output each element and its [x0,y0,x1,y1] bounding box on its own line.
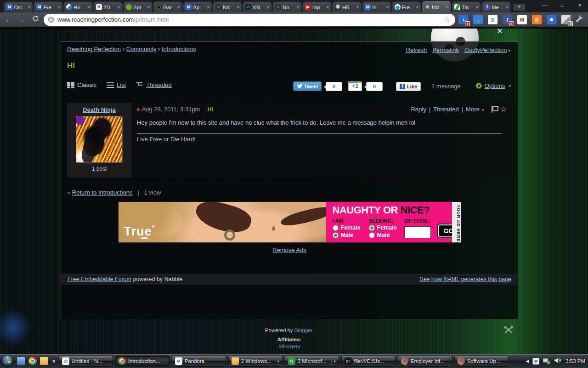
breadcrumb-link[interactable]: Community [126,46,157,52]
view-mode-threaded[interactable]: Threaded [136,81,172,88]
taskbar-button[interactable]: Employer Inf... [398,356,452,367]
tab-close-icon[interactable]: × [475,4,479,11]
radio-button[interactable] [369,232,375,238]
top-link[interactable]: GodlyPerfection▾ [464,46,510,53]
restore-button[interactable]: □ [557,1,568,9]
post-action-link[interactable]: More [466,106,480,113]
tab-close-icon[interactable]: × [207,4,210,11]
radio-option[interactable]: Male [333,232,361,238]
folder-icon[interactable] [40,357,48,365]
go-button[interactable]: GO! → [438,224,452,237]
radio-option[interactable]: Female [369,224,397,231]
top-link[interactable]: Permalink [432,46,459,53]
tab-close-icon[interactable]: × [446,4,449,10]
taskbar-button[interactable]: Software Up... [454,356,509,367]
post-action-link[interactable]: Reply [411,106,426,113]
browser-tab[interactable]: MAp× [183,1,212,12]
snip-icon[interactable]: ! [561,15,571,24]
top-link[interactable]: Refresh [406,46,427,53]
tab-close-icon[interactable]: × [505,4,509,11]
show-desktop-icon[interactable] [17,357,25,365]
browser-tab[interactable]: AXN× [243,1,272,12]
tab-close-icon[interactable]: × [416,4,419,11]
post-action[interactable]: More ▾ [466,106,484,113]
your-ad-here-strip[interactable]: YOUR AD HERE [452,202,461,242]
taskbar-button[interactable]: Introduction... [115,356,170,367]
new-tab-button[interactable]: + [513,4,525,11]
tab-close-icon[interactable]: × [266,4,270,11]
close-button[interactable]: × [574,1,585,9]
browser-tab[interactable]: MOrc× [4,1,33,12]
start-button[interactable] [1,355,14,368]
blogger-icon[interactable]: B [532,15,542,24]
tray-expand-icon[interactable]: ◀ [526,359,529,363]
chrome-icon[interactable] [28,357,37,365]
bookmark-star-icon[interactable]: ☆ [441,14,454,25]
top-link-anchor[interactable]: Permalink [432,46,459,53]
radio-button[interactable] [369,225,375,231]
taskbar-button[interactable]: PPandora [172,356,226,367]
plus-one-button[interactable]: +1 [348,81,362,91]
ad-banner[interactable]: True® NAUGHTY OR NICE? I AM:FemaleMaleSE… [118,201,462,243]
radio-button[interactable] [333,232,339,238]
browser-tab[interactable]: No× [272,1,302,12]
free-forum-link[interactable]: Free Embeddable Forum [68,276,131,282]
breadcrumb-link[interactable]: Introductions [162,46,196,52]
tab-close-icon[interactable]: × [326,4,329,11]
tray-pandora-icon[interactable]: P [532,358,539,365]
stumbleupon-icon[interactable]: S [488,15,498,24]
radio-option[interactable]: Male [369,232,397,238]
facebook-like-button[interactable]: f Like [396,82,421,91]
browser-tab[interactable]: Spr× [123,1,153,12]
clock[interactable]: 3:53 PM [565,358,585,364]
tab-close-icon[interactable]: × [28,4,31,11]
top-link-anchor[interactable]: Refresh [406,46,427,53]
reload-button[interactable] [30,15,40,25]
chrome-menu-wrench-icon[interactable] [574,15,584,24]
tab-close-icon[interactable]: × [57,4,61,11]
browser-tab[interactable]: Intr× [422,0,451,12]
naml-link[interactable]: See how NAML generates this page [419,276,511,282]
tools-wrench-icon[interactable] [503,326,514,336]
list-link[interactable]: List [117,81,126,88]
tab-close-icon[interactable]: × [147,4,150,11]
options-control[interactable]: Options ▾ [475,82,511,89]
taskbar-button[interactable]: C:\file:///C:/Us... [341,356,396,367]
quick-launch-overflow-icon[interactable]: » [52,358,56,364]
taskbar-button[interactable]: C3 Microsof...▾ [285,356,339,367]
facebook-icon[interactable]: f1 [503,15,512,24]
browser-tab[interactable]: Tin× [452,1,481,12]
volume-icon[interactable] [554,357,561,365]
radio-button[interactable] [333,225,339,231]
post-action-link[interactable]: Threaded [433,106,459,113]
browser-tab[interactable]: MIn-× [362,1,391,12]
taskbar-button[interactable]: ▤Untitled - N... [59,356,113,367]
address-bar[interactable]: www.reachingperfection.com/p/forum.html … [44,14,455,26]
browser-tab[interactable]: HB× [332,1,362,12]
top-link-anchor[interactable]: GodlyPerfection [464,46,507,53]
view-mode-list[interactable]: List [107,81,126,88]
tab-close-icon[interactable]: × [87,4,90,11]
browser-tab[interactable]: ▶rap× [302,1,332,12]
star-icon[interactable]: ☆ [500,106,507,113]
blogger-link[interactable]: Blogger [294,328,312,333]
browser-tab[interactable]: Fre× [392,1,421,12]
tab-close-icon[interactable]: × [296,4,300,11]
tab-close-icon[interactable]: × [177,4,180,11]
options-link[interactable]: Options [485,82,505,89]
author-link[interactable]: Death Ninja [83,106,116,113]
share-icon[interactable]: +1 [458,15,468,24]
post-action[interactable]: Threaded [433,106,459,113]
back-button[interactable]: ← [4,15,14,25]
radio-option[interactable]: Female [333,224,361,231]
zip-input[interactable] [404,226,431,238]
tab-close-icon[interactable]: × [386,4,389,11]
browser-tab[interactable]: fMe× [481,1,511,12]
browser-tab[interactable]: R2D× [93,1,123,12]
taskbar-button[interactable]: 2 Windows...▾ [228,356,283,367]
post-action[interactable]: Reply [411,106,426,113]
network-icon[interactable] [543,358,550,364]
tab-close-icon[interactable]: × [117,4,120,11]
tab-close-icon[interactable]: × [237,4,240,11]
tab-close-icon[interactable]: × [356,4,359,11]
